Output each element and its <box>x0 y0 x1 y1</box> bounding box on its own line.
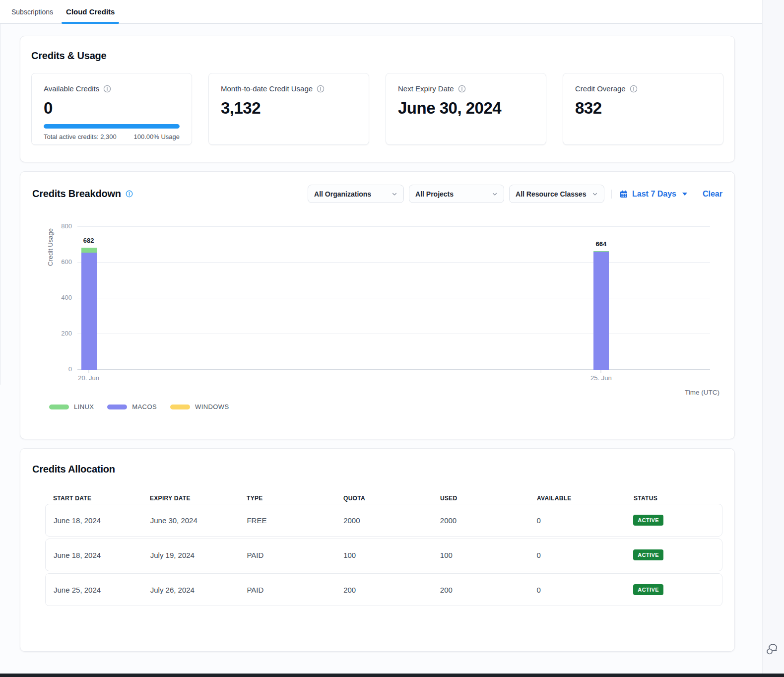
cell-start-date: June 18, 2024 <box>46 516 142 525</box>
tab-cloud-credits[interactable]: Cloud Credits <box>66 0 115 24</box>
cell-start-date: June 25, 2024 <box>46 586 142 594</box>
info-icon[interactable] <box>458 85 466 93</box>
gridline <box>77 226 710 227</box>
metric-row: Available Credits 0 Total active credits… <box>31 73 723 145</box>
cell-type: PAID <box>239 586 335 594</box>
table-row: June 25, 2024 July 26, 2024 PAID 200 200… <box>45 573 722 606</box>
calendar-icon <box>619 190 628 199</box>
info-icon[interactable] <box>317 85 325 93</box>
credit-overage-card: Credit Overage 832 <box>563 73 723 145</box>
resource-classes-select-value: All Resource Classes <box>516 190 586 198</box>
credits-allocation-table: START DATE EXPIRY DATE TYPE QUOTA USED A… <box>45 495 722 606</box>
cell-quota: 100 <box>335 551 432 559</box>
legend-swatch <box>170 405 190 409</box>
credits-progress-fill <box>44 124 180 129</box>
info-icon[interactable] <box>103 85 111 93</box>
col-used: USED <box>432 495 529 502</box>
credits-breakdown-card: Credits Breakdown All Organizations All … <box>20 171 735 439</box>
chevron-down-icon <box>592 191 598 197</box>
resource-classes-select[interactable]: All Resource Classes <box>509 185 604 203</box>
mtd-usage-value: 3,132 <box>221 99 357 118</box>
cell-start-date: June 18, 2024 <box>46 551 142 559</box>
credits-progress-bar <box>44 124 180 129</box>
legend-item-macos[interactable]: MACOS <box>107 403 157 410</box>
x-tick <box>88 370 89 373</box>
available-credits-label: Available Credits <box>44 84 99 93</box>
next-expiry-value: June 30, 2024 <box>398 99 534 118</box>
legend-swatch <box>49 405 69 409</box>
bar-segment-linux[interactable] <box>81 248 97 253</box>
cell-available: 0 <box>529 586 626 594</box>
legend-label-windows: WINDOWS <box>195 403 229 410</box>
table-row: June 18, 2024 July 19, 2024 PAID 100 100… <box>45 539 722 571</box>
credit-overage-value: 832 <box>575 99 711 118</box>
cell-expiry-date: July 26, 2024 <box>142 586 239 594</box>
tab-subscriptions-label: Subscriptions <box>11 8 53 16</box>
chevron-down-icon <box>392 191 397 197</box>
support-chat-button[interactable] <box>764 641 780 657</box>
tab-subscriptions[interactable]: Subscriptions <box>11 0 53 24</box>
y-tick-label: 600 <box>50 258 72 266</box>
legend-swatch <box>107 405 127 409</box>
y-tick-label: 0 <box>50 365 72 373</box>
gridline <box>77 334 710 334</box>
bar-total-label: 664 <box>596 240 607 248</box>
col-type: TYPE <box>239 495 335 502</box>
cell-type: PAID <box>239 551 335 559</box>
cell-type: FREE <box>239 516 335 525</box>
status-badge: ACTIVE <box>633 584 663 595</box>
col-expiry-date: EXPIRY DATE <box>142 495 239 502</box>
x-tick-label: 20. Jun <box>78 374 99 382</box>
tab-cloud-credits-label: Cloud Credits <box>66 7 115 16</box>
projects-select[interactable]: All Projects <box>409 185 504 203</box>
tab-bar: Subscriptions Cloud Credits <box>0 0 762 24</box>
cell-expiry-date: June 30, 2024 <box>142 516 239 525</box>
organizations-select[interactable]: All Organizations <box>308 185 404 203</box>
available-credits-card: Available Credits 0 Total active credits… <box>31 73 192 145</box>
info-icon-blue[interactable] <box>126 190 133 198</box>
legend-item-linux[interactable]: LINUX <box>49 403 94 410</box>
y-tick-label: 200 <box>50 330 72 337</box>
date-range-value: Last 7 Days <box>632 190 676 199</box>
cell-quota: 200 <box>335 586 432 594</box>
next-expiry-card: Next Expiry Date June 30, 2024 <box>386 73 546 145</box>
cell-used: 200 <box>432 586 529 594</box>
bar-25. Jun[interactable] <box>593 251 609 370</box>
credits-breakdown-title: Credits Breakdown <box>32 188 121 200</box>
chart-legend: LINUX MACOS WINDOWS <box>49 403 229 410</box>
col-available: AVAILABLE <box>529 495 626 502</box>
bar-segment-macos[interactable] <box>81 253 97 370</box>
x-axis-title: Time (UTC) <box>685 389 719 396</box>
chart-plot: 020040060080068220. Jun66425. Jun <box>77 227 710 370</box>
credits-allocation-title: Credits Allocation <box>32 464 722 475</box>
bar-20. Jun[interactable] <box>81 248 97 370</box>
gridline <box>77 369 710 370</box>
bar-segment-macos[interactable] <box>593 252 609 370</box>
credits-usage-card: Credits & Usage Available Credits 0 Tota… <box>20 36 735 162</box>
y-tick-label: 400 <box>50 294 72 301</box>
y-tick-label: 800 <box>50 222 72 230</box>
cell-available: 0 <box>529 516 626 525</box>
col-quota: QUOTA <box>335 495 432 502</box>
mtd-usage-label: Month-to-date Credit Usage <box>221 84 313 93</box>
bar-total-label: 682 <box>83 237 94 244</box>
status-badge: ACTIVE <box>633 549 663 560</box>
next-expiry-label: Next Expiry Date <box>398 84 454 93</box>
cell-available: 0 <box>529 551 626 559</box>
scrollbar-gutter <box>762 0 784 674</box>
legend-label-linux: LINUX <box>74 403 94 410</box>
usage-percent: 100.00% Usage <box>133 133 180 140</box>
date-range-picker[interactable]: Last 7 Days <box>611 190 687 199</box>
legend-item-windows[interactable]: WINDOWS <box>170 403 229 410</box>
clear-filters-link[interactable]: Clear <box>703 190 722 199</box>
x-tick-label: 25. Jun <box>590 374 612 382</box>
left-panel-border <box>0 24 0 385</box>
gridline <box>77 298 710 298</box>
col-start-date: START DATE <box>45 495 142 502</box>
info-icon[interactable] <box>630 85 638 93</box>
projects-select-value: All Projects <box>415 190 454 198</box>
table-header-row: START DATE EXPIRY DATE TYPE QUOTA USED A… <box>45 495 722 502</box>
cell-expiry-date: July 19, 2024 <box>142 551 239 559</box>
window-bottom-border <box>0 674 784 677</box>
chevron-down-icon <box>492 191 498 197</box>
